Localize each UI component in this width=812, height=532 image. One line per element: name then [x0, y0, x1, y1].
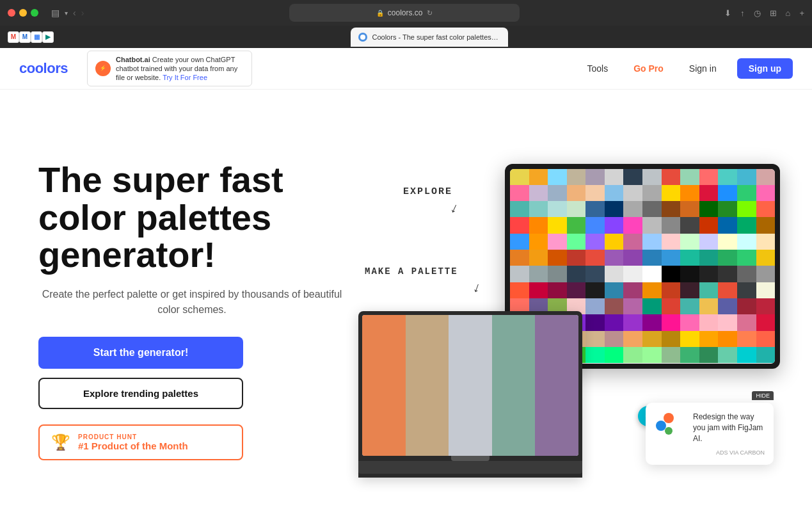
laptop-notch [451, 456, 490, 461]
chatbot-logo-icon: ⚡ [95, 61, 111, 76]
url-text: coolors.co [388, 8, 423, 17]
laptop-base [358, 461, 582, 474]
figjam-text: Redesign the way you jam with FigJam AI. [693, 412, 765, 444]
explore-label: EXPLORE [403, 186, 452, 197]
hero-title: The super fast color palettes generator! [38, 161, 346, 274]
browser-chrome: ▤ ▾ ‹ › 🔒 coolors.co ↻ ⬇ ↑ ◷ ⊞ ⌂ + M M ▦… [0, 0, 812, 48]
back-button[interactable]: ‹ [73, 8, 76, 18]
maximize-button[interactable] [31, 9, 38, 17]
website: coolors ⚡ Chatbot.ai Create your own Cha… [0, 48, 812, 532]
browser-right-controls: ⬇ ↑ ◷ ⊞ ⌂ + [724, 8, 804, 18]
chatbot-link[interactable]: Try It For Free [163, 74, 207, 81]
svg-point-0 [664, 413, 674, 423]
svg-point-1 [656, 421, 666, 431]
tab-bar: M M ▦ ▶ Coolors - The super fast color p… [0, 26, 812, 48]
nav-signin[interactable]: Sign in [689, 63, 717, 74]
nav-gopro[interactable]: Go Pro [633, 63, 664, 74]
hero-section: The super fast color palettes generator!… [0, 90, 812, 532]
figjam-content: Redesign the way you jam with FigJam AI. [655, 412, 765, 444]
bookmark-meet[interactable]: ▶ [42, 31, 54, 43]
titlebar: ▤ ▾ ‹ › 🔒 coolors.co ↻ ⬇ ↑ ◷ ⊞ ⌂ + [0, 0, 812, 26]
figjam-ad: HIDE Redesign the way you jam with FigJa… [646, 403, 774, 464]
explore-palettes-button[interactable]: Explore trending palettes [38, 378, 243, 409]
active-tab[interactable]: Coolors - The super fast color palettes … [351, 28, 508, 47]
traffic-lights [8, 9, 38, 17]
trophy-icon: 🏆 [51, 433, 70, 451]
address-bar-area: 🔒 coolors.co ↻ [89, 4, 719, 22]
hero-right: EXPLORE ↓ MAKE A PALETTE ↓ + HIDE [346, 151, 774, 471]
laptop-device [358, 311, 582, 478]
start-generator-button[interactable]: Start the generator! [38, 337, 243, 369]
explore-arrow: ↓ [448, 198, 461, 216]
product-hunt-badge: 🏆 PRODUCT HUNT #1 Product of the Month [38, 424, 243, 460]
minimize-button[interactable] [19, 9, 27, 17]
hide-ad-button[interactable]: HIDE [752, 391, 774, 400]
close-button[interactable] [8, 9, 15, 17]
make-arrow: ↓ [471, 278, 483, 296]
chevron-down-icon[interactable]: ▾ [65, 10, 68, 17]
grid-icon[interactable]: ⊞ [770, 8, 777, 18]
refresh-icon[interactable]: ↻ [427, 9, 433, 17]
figjam-logo-icon [655, 412, 680, 437]
svg-point-2 [665, 427, 673, 435]
signup-button[interactable]: Sign up [737, 58, 793, 79]
add-tab-icon[interactable]: + [799, 8, 804, 18]
make-palette-label: MAKE A PALETTE [365, 266, 458, 277]
bookmark-gmail2[interactable]: M [19, 31, 31, 43]
address-bar[interactable]: 🔒 coolors.co ↻ [289, 4, 520, 22]
logo-text: coolors [19, 60, 68, 76]
sidebar-toggle-icon[interactable]: ▤ [51, 8, 60, 18]
tab-title: Coolors - The super fast color palettes … [372, 33, 500, 41]
nav-tools[interactable]: Tools [587, 63, 609, 74]
chatbot-ad[interactable]: ⚡ Chatbot.ai Create your own ChatGPT cha… [87, 51, 252, 87]
figjam-footer: ADS VIA CARBON [655, 449, 765, 456]
hero-subtitle: Create the perfect palette or get inspir… [38, 287, 346, 318]
browser-navigation: ▤ ▾ ‹ › [51, 8, 84, 18]
product-hunt-text: PRODUCT HUNT #1 Product of the Month [78, 433, 188, 451]
history-icon[interactable]: ◷ [754, 8, 761, 18]
chatbot-text: Chatbot.ai Create your own ChatGPT chatb… [116, 55, 244, 83]
download-icon[interactable]: ⬇ [724, 8, 731, 18]
laptop-screen [362, 315, 578, 456]
bookmark-calendar[interactable]: ▦ [31, 31, 42, 43]
tab-favicon [358, 33, 367, 42]
logo[interactable]: coolors [19, 60, 68, 77]
home-icon[interactable]: ⌂ [786, 8, 791, 18]
forward-button[interactable]: › [81, 8, 84, 18]
hero-left: The super fast color palettes generator!… [38, 161, 346, 460]
share-icon[interactable]: ↑ [740, 8, 745, 18]
lock-icon: 🔒 [376, 10, 384, 17]
bookmark-gmail[interactable]: M [8, 31, 19, 43]
navbar: coolors ⚡ Chatbot.ai Create your own Cha… [0, 48, 812, 90]
